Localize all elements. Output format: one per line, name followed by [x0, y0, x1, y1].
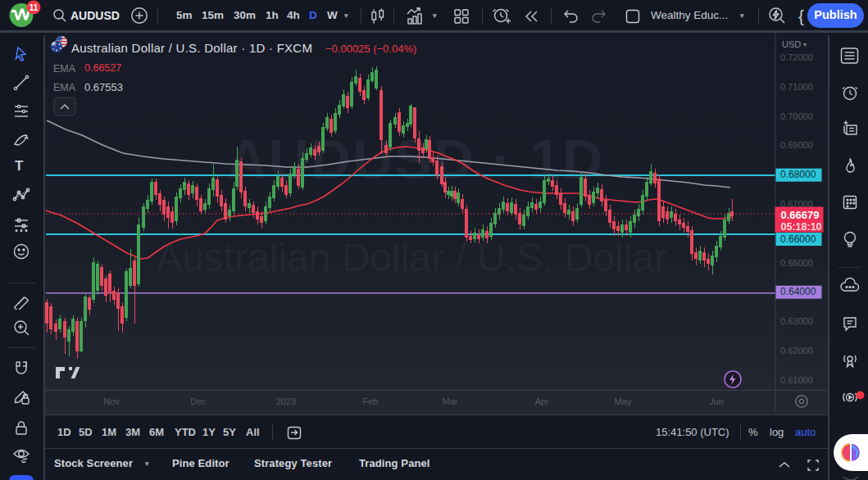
svg-text:0.66679: 0.66679	[781, 209, 820, 221]
svg-text:0.62000: 0.62000	[780, 346, 813, 355]
svg-text:0.68000: 0.68000	[780, 169, 816, 180]
svg-text:EMA: EMA	[53, 63, 76, 75]
svg-text:−0.00025 (−0.04%): −0.00025 (−0.04%)	[325, 43, 416, 55]
svg-text:0.64000: 0.64000	[780, 286, 816, 297]
svg-text:Australian Dollar / U.S. Dolla: Australian Dollar / U.S. Dollar · 1D · F…	[71, 41, 312, 55]
svg-text:0.72000: 0.72000	[780, 52, 813, 62]
svg-text:2023: 2023	[276, 396, 296, 406]
svg-text:Australian Dollar / U.S. Dolla: Australian Dollar / U.S. Dollar	[156, 236, 667, 279]
svg-text:0.61000: 0.61000	[780, 375, 813, 385]
svg-text:May: May	[615, 396, 632, 406]
svg-text:▾: ▾	[803, 41, 807, 48]
svg-text:Mar: Mar	[443, 396, 458, 406]
svg-text:0.70000: 0.70000	[780, 111, 813, 121]
svg-text:0.71000: 0.71000	[780, 82, 813, 92]
svg-text:0.66527: 0.66527	[84, 62, 121, 74]
svg-text:Nov: Nov	[103, 396, 120, 406]
svg-text:Jun: Jun	[709, 396, 724, 406]
svg-text:11: 11	[30, 3, 39, 12]
svg-text:0.69000: 0.69000	[780, 140, 813, 150]
svg-text:Feb: Feb	[363, 396, 379, 406]
svg-text:Apr: Apr	[534, 396, 548, 406]
svg-text:Dec: Dec	[190, 396, 207, 406]
svg-text:EMA: EMA	[53, 82, 76, 93]
svg-text:USD: USD	[782, 39, 801, 49]
svg-text:0.65000: 0.65000	[780, 258, 813, 268]
svg-text:0.66000: 0.66000	[780, 233, 816, 245]
svg-text:0.63000: 0.63000	[780, 316, 813, 326]
svg-text:05:18:10: 05:18:10	[781, 221, 822, 233]
svg-text:0.67553: 0.67553	[84, 81, 123, 93]
